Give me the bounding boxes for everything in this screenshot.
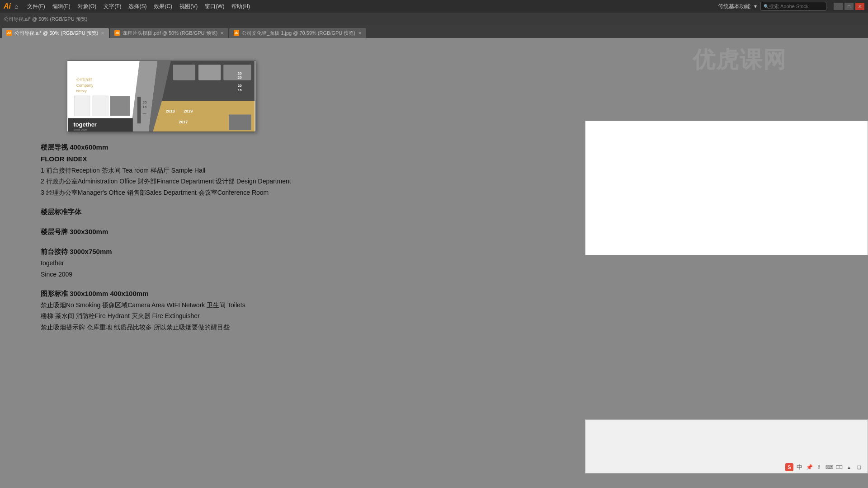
- section-graphic: 图形标准 300x100mm 400x100mm 禁止吸烟No Smoking …: [41, 288, 375, 332]
- svg-rect-30: [229, 114, 251, 130]
- svg-rect-8: [198, 65, 221, 80]
- text-graphic-2: 楼梯 茶水间 消防栓Fire Hydrant 灭火器 Fire Extingui…: [41, 311, 375, 321]
- tab-3[interactable]: Ai 公司文化墙_面板 1.jpg @ 70.59% (RGB/GPU 预览) …: [229, 28, 366, 38]
- menu-bar: Ai ⌂ 文件(F) 编辑(E) 对象(O) 文字(T) 选择(S) 效果(C)…: [0, 0, 868, 13]
- home-icon[interactable]: ⌂: [14, 3, 18, 10]
- document-preview: 2018 2019 2017 20 20 20 16 公司历程 Company …: [67, 61, 256, 132]
- svg-text:20: 20: [238, 75, 242, 80]
- text-floor-2: 2 行政办公室Administration Office 财务部Finance …: [41, 176, 375, 186]
- tab-close-3[interactable]: ✕: [358, 31, 362, 36]
- tab-bar: Ai 公司导视.ai* @ 50% (RGB/GPU 预览) ✕ Ai 课程片头…: [0, 25, 868, 38]
- right-panel-2: S 中 📌 🎙 ⌨ 🀱 ▲ ❑: [585, 419, 868, 474]
- text-graphic-3: 禁止吸烟提示牌 仓库重地 纸质品比较多 所以禁止吸烟要做的醒目些: [41, 322, 375, 332]
- right-panel-1: [585, 121, 868, 255]
- svg-rect-9: [223, 65, 251, 80]
- document-title: 公司导视.ai* @ 50% (RGB/GPU 预览): [4, 16, 87, 23]
- svg-rect-22: [110, 96, 130, 116]
- text-reception-title: 前台接待 3000x750mm: [41, 246, 375, 257]
- text-content-area: 楼层导视 400x600mm FLOOR INDEX 1 前台接待Recepti…: [41, 142, 375, 333]
- app-logo: Ai: [4, 2, 11, 10]
- pin-icon[interactable]: 📌: [805, 463, 813, 471]
- tab-close-1[interactable]: ✕: [101, 31, 104, 36]
- search-icon: 🔍: [764, 4, 769, 9]
- svg-text:together: together: [73, 121, 96, 128]
- keyboard-icon[interactable]: ⌨: [825, 463, 833, 471]
- svg-rect-23: [137, 97, 141, 123]
- tab-label-1: 公司导视.ai* @ 50% (RGB/GPU 预览): [14, 30, 98, 37]
- menu-right-area: 传统基本功能 ▾ 🔍 — □ ✕: [718, 2, 864, 11]
- tab-ai-icon-2: Ai: [114, 30, 120, 36]
- menu-file[interactable]: 文件(F): [24, 2, 48, 11]
- section-sign: 楼层号牌 300x300mm: [41, 226, 375, 237]
- svg-text:公司历程: 公司历程: [76, 77, 92, 82]
- svg-text:2018: 2018: [166, 109, 175, 113]
- section-font: 楼层标准字体: [41, 206, 375, 217]
- menu-object[interactable]: 对象(O): [74, 2, 100, 11]
- maximize-button[interactable]: □: [844, 3, 854, 10]
- stock-search-box[interactable]: 🔍: [760, 2, 826, 11]
- text-together: together: [41, 258, 375, 268]
- text-floor-3: 3 经理办公室Manager's Office 销售部Sales Departm…: [41, 188, 375, 197]
- taskbar-icons: S 中 📌 🎙 ⌨ 🀱 ▲ ❑: [785, 463, 863, 471]
- menu-help[interactable]: 帮助(H): [228, 2, 254, 11]
- document-title-bar: 公司导视.ai* @ 50% (RGB/GPU 预览): [0, 13, 868, 25]
- svg-text:15: 15: [143, 105, 147, 109]
- input-icon[interactable]: 中: [795, 463, 803, 471]
- text-graphic-1: 禁止吸烟No Smoking 摄像区域Camera Area WIFI Netw…: [41, 300, 375, 310]
- section-reception: 前台接待 3000x750mm together Since 2009: [41, 246, 375, 279]
- menu-view[interactable]: 视图(V): [176, 2, 201, 11]
- text-floor-sign: 楼层号牌 300x300mm: [41, 226, 375, 237]
- svg-text:2017: 2017: [179, 120, 188, 124]
- menu-edit[interactable]: 编辑(E): [49, 2, 74, 11]
- menu-effects[interactable]: 效果(C): [150, 2, 176, 11]
- text-graphic-title: 图形标准 300x100mm 400x100mm: [41, 288, 375, 299]
- mic-icon[interactable]: 🎙: [815, 463, 823, 471]
- tab-label-2: 课程片头模板.pdf @ 50% (RGB/GPU 预览): [123, 30, 217, 37]
- express-icon[interactable]: 🀱: [835, 463, 843, 471]
- svg-text:history: history: [76, 89, 86, 93]
- svg-text:20: 20: [238, 84, 242, 88]
- tab-ai-icon-1: Ai: [6, 30, 12, 36]
- tab-label-3: 公司文化墙_面板 1.jpg @ 70.59% (RGB/GPU 预览): [242, 30, 355, 37]
- menu-text[interactable]: 文字(T): [100, 2, 125, 11]
- minimize-button[interactable]: —: [834, 3, 843, 10]
- text-floor-index: FLOOR INDEX: [41, 154, 375, 164]
- window-controls: — □ ✕: [834, 3, 864, 10]
- text-floor-font: 楼层标准字体: [41, 206, 375, 217]
- watermark: 优虎课网: [693, 45, 787, 75]
- text-floor-guide: 楼层导视 400x600mm: [41, 142, 375, 153]
- svg-rect-20: [74, 96, 90, 116]
- canvas-area: 优虎课网 20: [0, 38, 868, 488]
- workspace-label[interactable]: 传统基本功能: [718, 3, 750, 10]
- svg-text:2019: 2019: [184, 109, 193, 113]
- svg-text:Company: Company: [76, 83, 94, 88]
- svg-rect-21: [93, 96, 108, 116]
- svg-text:20: 20: [238, 71, 242, 75]
- svg-text:16: 16: [238, 88, 242, 92]
- close-button[interactable]: ✕: [855, 3, 864, 10]
- tab-ai-icon-3: Ai: [234, 30, 239, 36]
- menu-select[interactable]: 选择(S): [125, 2, 150, 11]
- svg-rect-7: [173, 65, 195, 80]
- stock-search-input[interactable]: [769, 4, 823, 9]
- svg-text:Since 2008: Since 2008: [73, 128, 87, 131]
- svg-text:20: 20: [143, 100, 147, 104]
- tab-2[interactable]: Ai 课程片头模板.pdf @ 50% (RGB/GPU 预览) ✕: [110, 28, 228, 38]
- sogou-icon[interactable]: S: [785, 463, 793, 471]
- menu-window[interactable]: 窗口(W): [201, 2, 228, 11]
- tray-icon-1[interactable]: ▲: [845, 463, 853, 471]
- workspace-arrow[interactable]: ▾: [754, 3, 757, 9]
- svg-text:—: —: [143, 111, 146, 115]
- tray-icon-2[interactable]: ❑: [855, 463, 863, 471]
- text-since: Since 2009: [41, 269, 375, 279]
- text-floor-1: 1 前台接待Reception 茶水间 Tea room 样品厅 Sample …: [41, 165, 375, 175]
- tab-1[interactable]: Ai 公司导视.ai* @ 50% (RGB/GPU 预览) ✕: [2, 28, 109, 38]
- tab-close-2[interactable]: ✕: [220, 31, 224, 36]
